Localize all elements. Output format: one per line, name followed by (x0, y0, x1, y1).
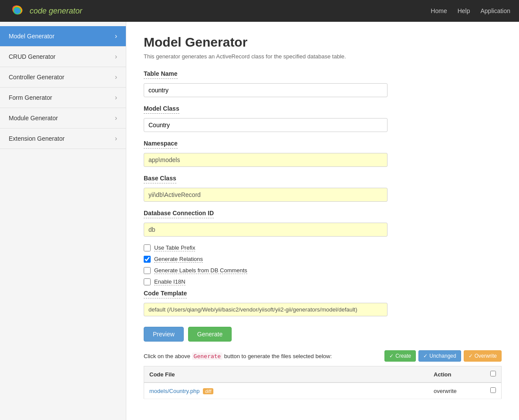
chevron-icon: › (115, 114, 117, 122)
use-table-prefix-checkbox[interactable] (144, 244, 151, 251)
db-connection-input[interactable] (144, 223, 388, 237)
action-buttons: Preview Generate (144, 327, 502, 342)
page-title: Model Generator (144, 35, 502, 50)
code-template-label: Code Template (144, 290, 187, 298)
sidebar-label-extension-generator: Extension Generator (9, 135, 64, 142)
sidebar-item-crud-generator[interactable]: CRUD Generator › (0, 47, 126, 67)
sidebar-item-extension-generator[interactable]: Extension Generator › (0, 129, 126, 149)
table-name-label: Table Name (144, 70, 178, 79)
sidebar-label-module-generator: Module Generator (9, 115, 58, 122)
layout: Model Generator › CRUD Generator › Contr… (0, 22, 519, 420)
sidebar: Model Generator › CRUD Generator › Contr… (0, 22, 126, 420)
code-template-group: Code Template default (/Users/qiang/Web/… (144, 290, 502, 316)
logo: code generator (9, 3, 82, 19)
sidebar-label-crud-generator: CRUD Generator (9, 53, 55, 60)
namespace-input[interactable] (144, 153, 388, 167)
badge-unchanged: ✓ Unchanged (418, 350, 461, 362)
sidebar-label-model-generator: Model Generator (9, 33, 54, 40)
yii-logo-icon (9, 3, 26, 19)
preview-button[interactable]: Preview (144, 327, 184, 342)
file-cell: models/Country.php diff (144, 383, 429, 399)
sidebar-item-controller-generator[interactable]: Controller Generator › (0, 67, 126, 88)
generate-labels-checkbox[interactable] (144, 267, 151, 274)
action-header: Action (428, 366, 485, 383)
model-class-label: Model Class (144, 105, 179, 114)
generate-button[interactable]: Generate (188, 327, 232, 342)
generate-info-row: Click on the above Generate button to ge… (144, 350, 502, 362)
check-icon: ✓ (389, 353, 394, 359)
generate-info-prefix: Click on the above (144, 353, 190, 359)
badge-create: ✓ Create (384, 350, 416, 362)
generate-info-text: Click on the above Generate button to ge… (144, 353, 384, 359)
namespace-group: Namespace (144, 140, 502, 167)
diff-badge[interactable]: diff (203, 388, 213, 394)
topnav-links: Home Help Application (431, 7, 510, 14)
table-name-group: Table Name (144, 70, 502, 97)
chevron-icon: › (115, 94, 117, 102)
use-table-prefix-label: Use Table Prefix (154, 244, 195, 251)
nav-application[interactable]: Application (481, 7, 511, 14)
page-description: This generator generates an ActiveRecord… (144, 53, 502, 60)
topnav: code generator Home Help Application (0, 0, 519, 22)
enable-i18n-label: Enable I18N (154, 278, 185, 285)
namespace-label: Namespace (144, 140, 178, 149)
sidebar-label-form-generator: Form Generator (9, 94, 52, 101)
chevron-icon: › (115, 53, 117, 61)
sidebar-label-controller-generator: Controller Generator (9, 74, 64, 81)
main-content: Model Generator This generator generates… (126, 22, 519, 420)
row-checkbox-cell (485, 383, 502, 399)
chevron-icon: › (115, 32, 117, 40)
checkbox-header (485, 366, 502, 383)
enable-i18n-checkbox[interactable] (144, 278, 151, 285)
check-icon-unchanged: ✓ (423, 353, 428, 359)
select-all-checkbox[interactable] (490, 371, 496, 376)
check-icon-overwrite: ✓ (468, 353, 473, 359)
nav-help[interactable]: Help (458, 7, 470, 14)
model-class-input[interactable] (144, 118, 388, 132)
file-table: Code File Action models/Country.php diff… (144, 366, 502, 399)
sidebar-item-model-generator[interactable]: Model Generator › (0, 26, 126, 47)
app-title: code generator (30, 7, 82, 16)
table-row: models/Country.php diff overwrite (144, 383, 502, 399)
base-class-group: Base Class (144, 175, 502, 202)
model-class-group: Model Class (144, 105, 502, 132)
sidebar-item-module-generator[interactable]: Module Generator › (0, 108, 126, 129)
chevron-icon: › (115, 135, 117, 142)
action-cell: overwrite (428, 383, 485, 399)
badge-overwrite: ✓ Overwrite (464, 350, 502, 362)
generate-keyword: Generate (192, 352, 223, 360)
enable-i18n-group: Enable I18N (144, 278, 502, 285)
generate-relations-label: Generate Relations (154, 256, 203, 263)
generate-labels-group: Generate Labels from DB Comments (144, 267, 502, 274)
nav-home[interactable]: Home (431, 7, 447, 14)
row-checkbox[interactable] (490, 387, 496, 393)
generate-relations-group: Generate Relations (144, 256, 502, 263)
chevron-icon: › (115, 73, 117, 81)
table-name-input[interactable] (144, 83, 388, 97)
db-connection-label: Database Connection ID (144, 210, 214, 218)
action-value: overwrite (434, 388, 457, 394)
file-link[interactable]: models/Country.php (149, 388, 199, 394)
base-class-label: Base Class (144, 175, 176, 183)
legend-badges: ✓ Create ✓ Unchanged ✓ Overwrite (384, 350, 502, 362)
sidebar-item-form-generator[interactable]: Form Generator › (0, 88, 126, 108)
code-file-header: Code File (144, 366, 429, 383)
db-connection-group: Database Connection ID (144, 210, 502, 237)
use-table-prefix-group: Use Table Prefix (144, 244, 502, 251)
generate-info-suffix: button to generate the files selected be… (224, 353, 332, 359)
generate-labels-label: Generate Labels from DB Comments (154, 267, 247, 274)
base-class-input[interactable] (144, 188, 388, 202)
generate-relations-checkbox[interactable] (144, 256, 151, 263)
code-template-value: default (/Users/qiang/Web/yii/basic2/ven… (144, 303, 388, 316)
